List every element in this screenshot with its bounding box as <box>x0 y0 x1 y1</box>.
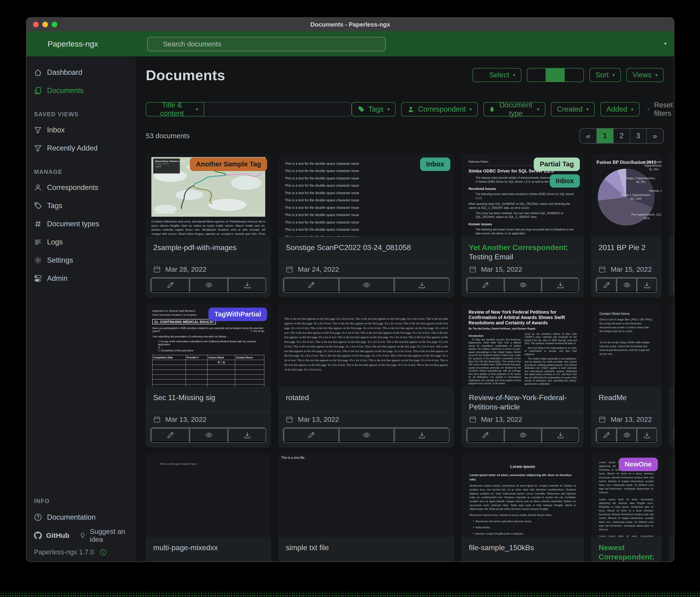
document-card[interactable]: Application for Medical Staff Members Go… <box>146 304 271 447</box>
sidebar-item-github[interactable]: GitHub <box>34 531 69 540</box>
download-document-button[interactable] <box>542 278 578 292</box>
document-title[interactable]: Sec 11-Missing sig <box>146 387 271 412</box>
document-title[interactable]: multi-page-mixedxx <box>146 537 271 562</box>
sidebar-item-settings[interactable]: Settings <box>27 251 135 269</box>
document-title[interactable]: sample-pdf-download-10-mb-longer-title <box>669 537 674 562</box>
filter-correspondent-button[interactable]: Correspondent▾ <box>401 102 478 117</box>
view-document-button[interactable] <box>339 428 394 442</box>
pagination-prev[interactable]: « <box>580 128 597 143</box>
tag-badge[interactable]: TagWithPartial <box>208 308 267 321</box>
document-thumbnail[interactable]: Patient BP Distribution 2011Normal, 158,… <box>591 154 661 237</box>
document-card[interactable]: Patient BP Distribution 2011Normal, 158,… <box>591 154 661 297</box>
filter-field-dropdown[interactable]: Title & content▾ <box>146 102 204 117</box>
edit-document-button[interactable] <box>283 428 339 442</box>
document-title[interactable]: Review-of-New-York-Federal-Petitions-art… <box>461 387 584 412</box>
edit-document-button[interactable] <box>151 428 189 442</box>
document-thumbnail[interactable]: This is a test for the double space char… <box>278 154 454 237</box>
select-button[interactable]: Select▾ <box>473 68 521 82</box>
document-thumbnail[interactable]: This is a test file. <box>278 454 454 537</box>
account-menu[interactable]: ▾ <box>648 37 667 50</box>
document-card[interactable]: This is a multi page document. Page 1. m… <box>146 454 271 562</box>
document-title[interactable]: 2011 BP Pie 2 <box>591 237 661 262</box>
document-card[interactable]: Lorem ipsum dolor sit amet, consectetur … <box>669 454 674 562</box>
edit-document-button[interactable] <box>151 278 189 292</box>
document-thumbnail[interactable]: Adobe Acrobat PDF FilesAdobe® Portable D… <box>669 304 674 387</box>
tag-badge[interactable]: Inbox <box>420 158 450 171</box>
document-card[interactable]: French Country BreadFor the Leaven1 heap… <box>669 154 674 297</box>
tag-badge[interactable]: Inbox <box>550 174 580 188</box>
sidebar-item-documents[interactable]: Documents <box>27 81 135 100</box>
document-card[interactable]: Lorem ipsum dolor sit amet, consectetur … <box>591 454 661 562</box>
app-brand[interactable]: Paperless-ngx <box>27 39 98 49</box>
document-title[interactable]: ReadMe <box>591 387 661 412</box>
download-document-button[interactable] <box>637 278 656 292</box>
filter-created-button[interactable]: Created▾ <box>551 102 595 117</box>
document-card[interactable]: Release NotesSimba ODBC Driver for SQL S… <box>461 154 584 297</box>
document-thumbnail[interactable]: This is a multi page document. Page 1. <box>146 454 271 537</box>
document-correspondent[interactable]: Newest Correspondent <box>598 543 652 561</box>
tag-badge[interactable]: Another Sample Tag <box>190 158 267 171</box>
document-card[interactable]: Review of New York Federal Petitions for… <box>461 304 584 447</box>
document-card[interactable]: Boundary Waters Trip 6 days in BWCA Lege… <box>146 154 271 297</box>
views-button[interactable]: Views▾ <box>626 68 664 82</box>
document-title[interactable]: Newest Correspondent: f_combineds <box>591 537 661 562</box>
download-document-button[interactable] <box>394 278 449 292</box>
sort-button[interactable]: Sort▾ <box>590 68 621 82</box>
document-thumbnail[interactable]: Contact Sheet DemoGiven a set of image f… <box>591 304 661 387</box>
document-thumbnail[interactable]: Lorem ipsum dolor sit amet, consectetur … <box>591 454 661 537</box>
filter-tags-button[interactable]: Tags▾ <box>352 102 396 117</box>
document-title[interactable]: Sonstige ScanPC2022 03-24_081058 <box>278 237 454 262</box>
grid-view-button[interactable] <box>546 69 565 81</box>
document-title[interactable]: Yet Another Correspondent: Testing Email <box>461 237 584 262</box>
view-document-button[interactable] <box>189 428 228 442</box>
document-card[interactable]: Adobe Acrobat PDF FilesAdobe® Portable D… <box>669 304 674 447</box>
sidebar-item-documentation[interactable]: Documentation <box>27 508 135 526</box>
view-document-button[interactable] <box>189 278 228 292</box>
download-document-button[interactable] <box>228 428 266 442</box>
view-document-button[interactable] <box>617 428 637 442</box>
reset-filters-button[interactable]: Reset filters <box>647 101 674 118</box>
view-document-button[interactable] <box>617 278 637 292</box>
document-thumbnail[interactable]: Review of New York Federal Petitions for… <box>461 304 584 387</box>
edit-document-button[interactable] <box>467 278 504 292</box>
view-document-button[interactable] <box>504 278 542 292</box>
tag-badge[interactable]: Partial Tag <box>534 158 580 171</box>
document-title[interactable]: 2sample-pdf-with-images <box>146 237 271 262</box>
pagination-page-2[interactable]: 2 <box>614 128 630 143</box>
document-card[interactable]: Lorem ipsumLorem ipsum dolor sit amet, c… <box>461 454 584 562</box>
document-card[interactable]: This is a test file. simple txt file <box>278 454 454 562</box>
tag-badge[interactable]: NewOne <box>619 458 658 471</box>
list-view-button[interactable] <box>527 69 546 81</box>
document-thumbnail[interactable]: This is the text that appears on the fir… <box>278 304 454 387</box>
sidebar-item-logs[interactable]: Logs <box>27 233 135 251</box>
sidebar-item-dashboard[interactable]: Dashboard <box>27 63 135 81</box>
pagination-page-3[interactable]: 3 <box>630 128 647 143</box>
document-thumbnail[interactable]: Release NotesSimba ODBC Driver for SQL S… <box>461 154 584 237</box>
edit-document-button[interactable] <box>674 428 674 442</box>
document-thumbnail[interactable]: Lorem ipsum dolor sit amet, consectetur … <box>669 454 674 537</box>
document-card[interactable]: Contact Sheet DemoGiven a set of image f… <box>591 304 661 447</box>
sidebar-item-admin[interactable]: Admin <box>27 269 135 288</box>
document-thumbnail[interactable]: French Country BreadFor the Leaven1 heap… <box>669 154 674 237</box>
detail-view-button[interactable] <box>565 69 583 81</box>
edit-document-button[interactable] <box>596 428 617 442</box>
edit-document-button[interactable] <box>283 278 339 292</box>
pagination-next[interactable]: » <box>647 128 663 143</box>
sidebar-item-recently-added[interactable]: Recently Added <box>27 139 135 157</box>
view-document-button[interactable] <box>339 278 394 292</box>
download-document-button[interactable] <box>228 278 266 292</box>
edit-document-button[interactable] <box>467 428 504 442</box>
filter-text-input[interactable] <box>204 102 352 117</box>
document-title[interactable]: simple txt file <box>278 537 454 562</box>
sidebar-item-inbox[interactable]: Inbox <box>27 121 135 139</box>
sidebar-item-document-types[interactable]: Document types <box>27 215 135 233</box>
download-document-button[interactable] <box>394 428 449 442</box>
view-document-button[interactable] <box>504 428 542 442</box>
download-document-button[interactable] <box>637 428 656 442</box>
document-thumbnail[interactable]: Boundary Waters Trip 6 days in BWCA Lege… <box>146 154 271 237</box>
search-input[interactable]: Search documents <box>147 37 385 51</box>
sidebar-item-suggest-idea[interactable]: Suggest an idea <box>80 528 128 543</box>
sidebar-item-correspondents[interactable]: Correspondents <box>27 178 135 197</box>
document-title[interactable]: French Country Bread Revised.docx <box>669 237 674 262</box>
document-title[interactable]: rotated <box>278 387 454 412</box>
